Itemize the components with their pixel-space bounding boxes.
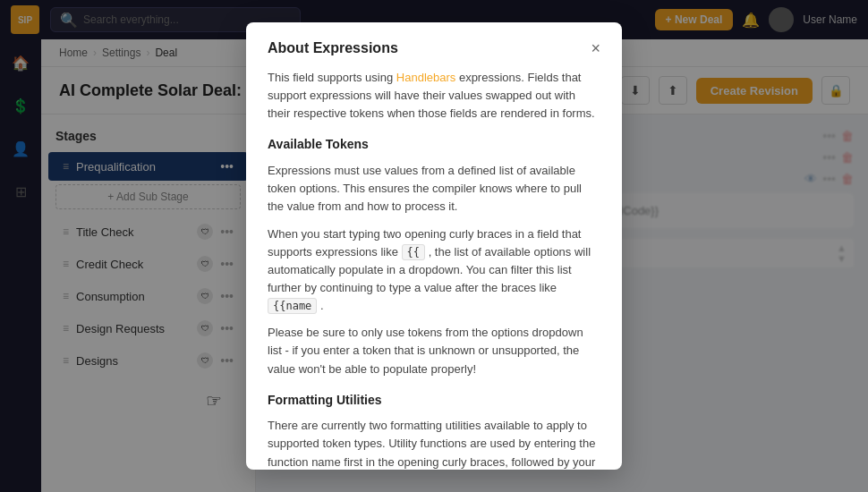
modal-body: This field supports using Handlebars exp… <box>268 69 600 470</box>
available-tokens-p1: Expressions must use values from a defin… <box>268 162 600 216</box>
formatting-utilities-title: Formatting Utilities <box>268 391 600 411</box>
about-expressions-modal: About Expressions × This field supports … <box>246 22 622 470</box>
modal-header: About Expressions × <box>268 40 600 56</box>
modal-close-button[interactable]: × <box>591 40 600 56</box>
modal-overlay[interactable]: About Expressions × This field supports … <box>0 0 868 492</box>
available-tokens-p2: When you start typing two opening curly … <box>268 225 600 316</box>
cursor-hand: ☞ <box>206 390 222 411</box>
formatting-p1: There are currently two formatting utili… <box>268 417 600 470</box>
inline-code-curly: {{ <box>402 244 425 260</box>
available-tokens-title: Available Tokens <box>268 135 600 155</box>
available-tokens-p3: Please be sure to only use tokens from t… <box>268 324 600 377</box>
handlebars-link[interactable]: Handlebars <box>396 71 456 84</box>
modal-title: About Expressions <box>268 40 398 56</box>
inline-code-name: {{name <box>268 298 317 314</box>
modal-intro-text: This field supports using Handlebars exp… <box>268 69 600 123</box>
